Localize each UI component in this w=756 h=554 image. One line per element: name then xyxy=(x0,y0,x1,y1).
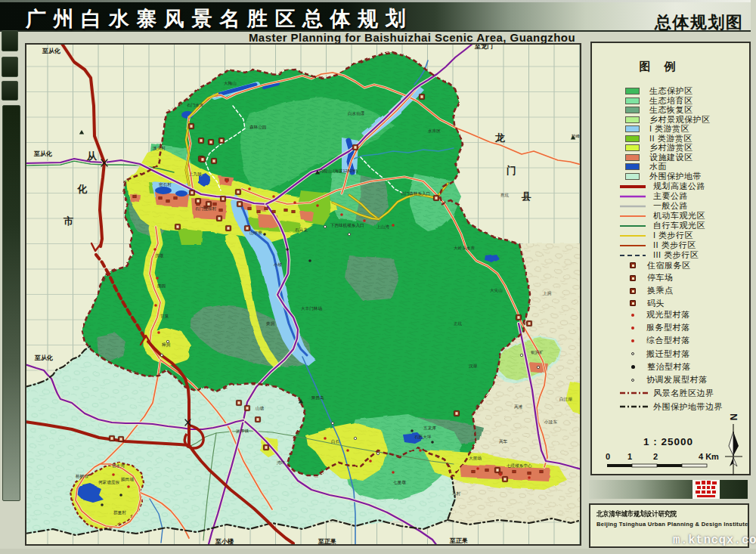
svg-text:大尖山: 大尖山 xyxy=(490,288,503,292)
svg-text:县: 县 xyxy=(521,190,531,202)
svg-text:小楼: 小楼 xyxy=(273,262,283,267)
svg-text:小迳东: 小迳东 xyxy=(544,419,557,424)
svg-text:蕉坑: 蕉坑 xyxy=(500,193,510,198)
svg-text:银洞矿: 银洞矿 xyxy=(530,350,544,355)
svg-text:五龙潭: 五龙潭 xyxy=(423,426,436,431)
svg-text:上九陂: 上九陂 xyxy=(189,172,202,176)
svg-text:樟洞: 樟洞 xyxy=(161,342,171,348)
svg-text:派潭镇: 派潭镇 xyxy=(236,429,249,434)
svg-text:石门森林系入口: 石门森林系入口 xyxy=(401,191,430,197)
svg-text:至从化: 至从化 xyxy=(33,150,52,157)
svg-text:至正果: 至正果 xyxy=(449,537,468,544)
svg-text:鸡枕山 (海拔1280米): 鸡枕山 (海拔1280米) xyxy=(318,169,358,174)
svg-text:2: 2 xyxy=(653,452,658,461)
svg-text:白水仙瀑: 白水仙瀑 xyxy=(348,110,365,116)
svg-text:市: 市 xyxy=(63,215,73,227)
svg-text:桂峰山: 桂峰山 xyxy=(571,134,581,139)
svg-text:1: 1 xyxy=(627,452,632,461)
svg-text:湾吓: 湾吓 xyxy=(277,460,286,466)
svg-text:从: 从 xyxy=(86,150,98,162)
svg-text:高滩: 高滩 xyxy=(514,404,523,410)
svg-text:味机楼系入口: 味机楼系入口 xyxy=(339,223,364,228)
svg-text:碧水湾: 碧水湾 xyxy=(112,463,125,469)
svg-text:龙: 龙 xyxy=(494,132,506,144)
svg-text:溪头村: 溪头村 xyxy=(153,146,166,151)
svg-text:高车: 高车 xyxy=(499,439,508,444)
svg-text:水库区: 水库区 xyxy=(427,128,441,133)
svg-text:至从化: 至从化 xyxy=(34,354,53,361)
svg-text:石门水库: 石门水库 xyxy=(187,103,204,107)
svg-text:至小楼: 至小楼 xyxy=(215,538,234,545)
svg-text:群星村: 群星村 xyxy=(113,510,126,515)
svg-text:茂墩: 茂墩 xyxy=(155,253,164,258)
svg-text:大梅山: 大梅山 xyxy=(224,81,237,86)
svg-text:何家塘度假: 何家塘度假 xyxy=(98,480,119,485)
svg-text:N: N xyxy=(728,413,739,420)
svg-text:石磨大坪: 石磨大坪 xyxy=(414,435,432,440)
svg-text:汉湖: 汉湖 xyxy=(469,364,478,369)
svg-text:白石: 白石 xyxy=(331,439,340,444)
svg-text:围园: 围园 xyxy=(157,283,166,288)
svg-text:4 Km: 4 Km xyxy=(699,452,719,461)
svg-text:0: 0 xyxy=(606,452,610,461)
svg-text:上洞: 上洞 xyxy=(543,291,552,296)
svg-text:甘泉: 甘泉 xyxy=(160,314,169,318)
svg-text:密石村: 密石村 xyxy=(159,182,172,187)
svg-text:门: 门 xyxy=(507,165,516,176)
svg-text:白江湖: 白江湖 xyxy=(559,397,572,402)
svg-text:榕树塅: 榕树塅 xyxy=(76,474,88,479)
svg-text:石门度假村: 石门度假村 xyxy=(195,206,216,212)
svg-text:腊田埔: 腊田埔 xyxy=(120,477,134,482)
svg-text:至从化: 至从化 xyxy=(42,48,60,54)
svg-text:大屋场: 大屋场 xyxy=(469,456,482,461)
svg-text:上山湾: 上山湾 xyxy=(376,224,389,230)
svg-text:化: 化 xyxy=(76,184,88,195)
svg-text:森林公园: 森林公园 xyxy=(249,125,266,129)
svg-text:至正果: 至正果 xyxy=(318,538,336,545)
svg-text:大丰门林场: 大丰门林场 xyxy=(301,306,322,311)
svg-text:黄洞: 黄洞 xyxy=(265,321,275,327)
svg-text:下西: 下西 xyxy=(330,223,339,227)
svg-text:聚昌岛: 聚昌岛 xyxy=(311,395,324,400)
svg-text:大岭头水库: 大岭头水库 xyxy=(454,246,475,250)
svg-text:山塘: 山塘 xyxy=(256,406,265,411)
svg-text:正坑: 正坑 xyxy=(454,321,463,327)
svg-text:马村: 马村 xyxy=(452,491,461,497)
svg-text:七星墩: 七星墩 xyxy=(393,480,406,485)
svg-text:七境楼系中心: 七境楼系中心 xyxy=(507,463,532,469)
svg-text:石马龙: 石马龙 xyxy=(295,227,308,232)
svg-text:山甲寮: 山甲寮 xyxy=(249,231,262,235)
